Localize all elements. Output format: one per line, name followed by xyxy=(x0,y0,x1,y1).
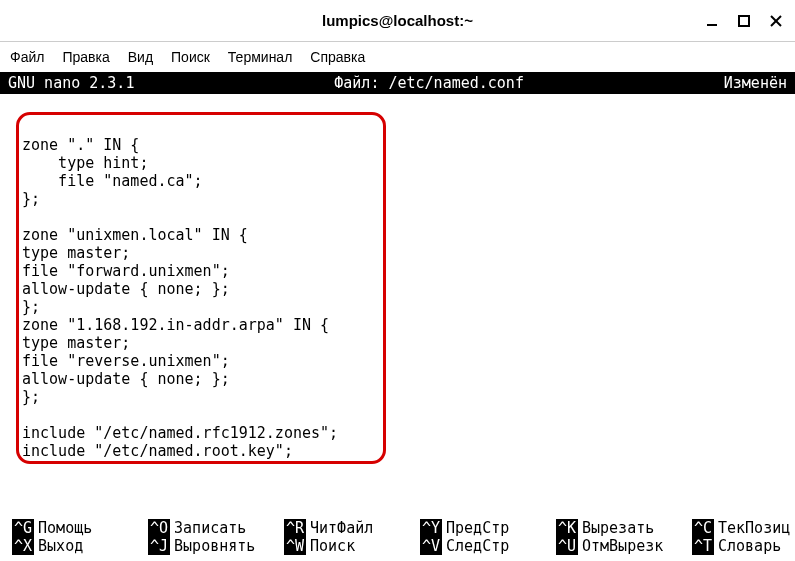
shortcut-label: ПредСтр xyxy=(446,519,509,537)
shortcut-ctrl-G: ^GПомощь xyxy=(12,519,140,537)
shortcut-key: ^U xyxy=(556,537,578,555)
shortcut-ctrl-T: ^TСловарь xyxy=(692,537,795,555)
shortcut-ctrl-W: ^WПоиск xyxy=(284,537,412,555)
shortcut-key: ^T xyxy=(692,537,714,555)
shortcut-ctrl-K: ^KВырезать xyxy=(556,519,684,537)
shortcut-label: Записать xyxy=(174,519,246,537)
menu-view[interactable]: Вид xyxy=(128,49,153,65)
close-button[interactable] xyxy=(769,14,783,28)
window-titlebar: lumpics@localhost:~ xyxy=(0,0,795,42)
shortcut-ctrl-C: ^CТекПозиц xyxy=(692,519,795,537)
shortcut-label: Помощь xyxy=(38,519,92,537)
shortcut-ctrl-J: ^JВыровнять xyxy=(148,537,276,555)
shortcut-ctrl-V: ^VСледСтр xyxy=(420,537,548,555)
shortcut-label: ТекПозиц xyxy=(718,519,790,537)
maximize-button[interactable] xyxy=(737,14,751,28)
terminal-area[interactable]: GNU nano 2.3.1 Файл: /etc/named.conf Изм… xyxy=(0,72,795,519)
shortcut-key: ^C xyxy=(692,519,714,537)
window-title: lumpics@localhost:~ xyxy=(322,12,473,29)
menubar: Файл Правка Вид Поиск Терминал Справка xyxy=(0,42,795,72)
shortcut-label: Поиск xyxy=(310,537,355,555)
shortcut-key: ^K xyxy=(556,519,578,537)
shortcut-ctrl-O: ^OЗаписать xyxy=(148,519,276,537)
window-controls xyxy=(705,14,783,28)
shortcut-key: ^W xyxy=(284,537,306,555)
shortcut-key: ^R xyxy=(284,519,306,537)
shortcut-ctrl-Y: ^YПредСтр xyxy=(420,519,548,537)
shortcut-label: СледСтр xyxy=(446,537,509,555)
svg-rect-1 xyxy=(739,16,749,26)
shortcut-label: ЧитФайл xyxy=(310,519,373,537)
menu-search[interactable]: Поиск xyxy=(171,49,210,65)
menu-help[interactable]: Справка xyxy=(310,49,365,65)
shortcut-ctrl-X: ^XВыход xyxy=(12,537,140,555)
shortcut-key: ^V xyxy=(420,537,442,555)
shortcut-label: Выровнять xyxy=(174,537,255,555)
editor-content[interactable]: zone "." IN { type hint; file "named.ca"… xyxy=(0,94,795,466)
shortcut-key: ^X xyxy=(12,537,34,555)
nano-header: GNU nano 2.3.1 Файл: /etc/named.conf Изм… xyxy=(0,72,795,94)
minimize-button[interactable] xyxy=(705,14,719,28)
nano-file: Файл: /etc/named.conf xyxy=(134,74,723,92)
shortcut-key: ^G xyxy=(12,519,34,537)
menu-file[interactable]: Файл xyxy=(10,49,44,65)
shortcut-ctrl-R: ^RЧитФайл xyxy=(284,519,412,537)
shortcut-label: Выход xyxy=(38,537,83,555)
menu-edit[interactable]: Правка xyxy=(62,49,109,65)
shortcut-label: Словарь xyxy=(718,537,781,555)
shortcut-ctrl-U: ^UОтмВырезк xyxy=(556,537,684,555)
shortcut-key: ^O xyxy=(148,519,170,537)
menu-terminal[interactable]: Терминал xyxy=(228,49,292,65)
nano-status: Изменён xyxy=(724,74,787,92)
shortcut-key: ^J xyxy=(148,537,170,555)
shortcut-label: ОтмВырезк xyxy=(582,537,663,555)
shortcut-label: Вырезать xyxy=(582,519,654,537)
shortcut-key: ^Y xyxy=(420,519,442,537)
nano-shortcuts: ^GПомощь^OЗаписать^RЧитФайл^YПредСтр^KВы… xyxy=(0,519,795,561)
nano-version: GNU nano 2.3.1 xyxy=(8,74,134,92)
